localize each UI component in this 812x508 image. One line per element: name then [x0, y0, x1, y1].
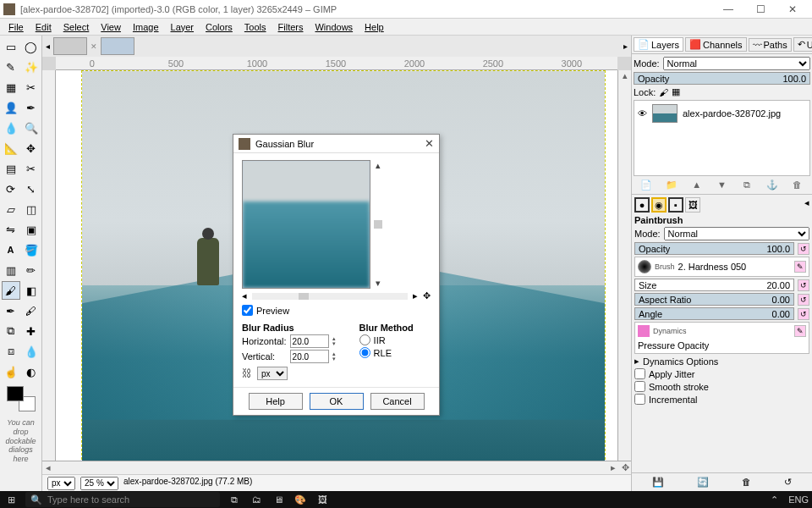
new-layer-icon[interactable]: 📄	[639, 179, 653, 190]
brush-edit-icon[interactable]: ✎	[794, 261, 806, 273]
link-chain-icon[interactable]: ⛓	[242, 367, 252, 379]
tool-smudge[interactable]: ☝	[2, 362, 20, 381]
tool-free-select[interactable]: ✎	[2, 58, 20, 76]
image-tab-current[interactable]	[101, 37, 134, 55]
tool-move[interactable]: ✥	[22, 139, 41, 157]
size-reset-icon[interactable]: ↺	[798, 279, 809, 291]
tool-scale[interactable]: ⤡	[22, 179, 41, 198]
tab-channels[interactable]: 🟥Channels	[685, 37, 746, 52]
vertical-input[interactable]	[290, 350, 329, 363]
scroll-up-icon[interactable]: ▴	[618, 70, 631, 81]
dynamics-expand-icon[interactable]: ▸	[634, 356, 639, 367]
taskbar-app-2[interactable]: 🖥	[271, 494, 286, 505]
radio-iir[interactable]: IIR	[359, 334, 414, 345]
unit-select-dialog[interactable]: px	[257, 367, 288, 380]
layer-name[interactable]: alex-pardoe-328702.jpg	[683, 108, 781, 119]
delete-layer-icon[interactable]: 🗑	[791, 179, 804, 190]
ruler-horizontal[interactable]: 0 500 1000 1500 2000 2500 3000	[56, 57, 617, 70]
help-button[interactable]: Help	[249, 393, 303, 410]
ruler-vertical[interactable]	[42, 70, 56, 461]
preview-vscroll-thumb[interactable]	[374, 220, 382, 229]
preview-down-icon[interactable]: ▾	[376, 278, 381, 289]
image-tab-blank[interactable]	[53, 37, 87, 55]
start-button[interactable]: ⊞	[3, 494, 19, 505]
lock-alpha-icon[interactable]: ▦	[672, 86, 680, 97]
nav-move-icon[interactable]: ✥	[619, 462, 631, 473]
opacity-reset-icon[interactable]: ↺	[798, 243, 809, 255]
tool-perspective[interactable]: ◫	[22, 200, 41, 218]
preview-left-icon[interactable]: ◂	[242, 290, 247, 301]
menu-help[interactable]: Help	[359, 20, 389, 34]
tool-measure[interactable]: 📐	[2, 139, 20, 157]
dynamics-icon[interactable]	[638, 325, 650, 337]
ok-button[interactable]: OK	[310, 393, 364, 410]
dialog-close-button[interactable]: ✕	[425, 137, 434, 150]
tool-zoom[interactable]: 🔍	[22, 119, 41, 137]
tool-ink[interactable]: 🖋	[22, 301, 41, 320]
menu-select[interactable]: Select	[58, 20, 95, 34]
menu-image[interactable]: Image	[128, 20, 164, 34]
brush-preview-icon[interactable]	[638, 260, 651, 273]
tool-bucket[interactable]: 🪣	[22, 240, 41, 259]
tool-clone[interactable]: ⧉	[2, 322, 20, 340]
tool-fuzzy-select[interactable]: ✨	[22, 58, 41, 76]
layer-list[interactable]: 👁 alex-pardoe-328702.jpg	[634, 100, 810, 176]
unit-select[interactable]: px	[47, 477, 75, 490]
brush-preset-2[interactable]: ◉	[651, 197, 667, 213]
dialog-titlebar[interactable]: Gaussian Blur ✕	[233, 135, 439, 153]
tool-color-select[interactable]: ▦	[2, 78, 20, 97]
brush-preset-4[interactable]: 🖼	[685, 197, 700, 213]
taskbar-app-1[interactable]: 🗂	[249, 494, 264, 505]
tool-text[interactable]: A	[2, 240, 20, 259]
tool-shear[interactable]: ▱	[2, 200, 20, 218]
tool-heal[interactable]: ✚	[22, 322, 41, 340]
tab-paths[interactable]: 〰Paths	[749, 38, 792, 52]
preview-right-icon[interactable]: ▸	[413, 290, 418, 301]
tool-ellipse-select[interactable]: ◯	[22, 37, 41, 56]
new-group-icon[interactable]: 📁	[665, 179, 678, 190]
menu-edit[interactable]: Edit	[30, 20, 57, 34]
horizontal-input[interactable]	[290, 334, 329, 348]
brush-size-slider[interactable]: Size20.00	[634, 279, 794, 291]
close-button[interactable]: ✕	[776, 0, 809, 19]
tab-undo[interactable]: ↶Undo	[793, 37, 812, 52]
menu-tools[interactable]: Tools	[239, 20, 272, 34]
layer-mode-select[interactable]: Normal	[663, 57, 810, 70]
vertical-spin[interactable]: ▴▾	[332, 351, 343, 362]
save-options-icon[interactable]: 💾	[652, 477, 664, 488]
tab-arrow-right[interactable]: ▸	[623, 41, 628, 51]
cancel-button[interactable]: Cancel	[370, 393, 425, 410]
menu-layer[interactable]: Layer	[166, 20, 200, 34]
tool-crop[interactable]: ✂	[22, 159, 41, 178]
preview-hscroll-thumb[interactable]	[299, 293, 309, 300]
aspect-slider[interactable]: Aspect Ratio0.00	[634, 293, 794, 306]
tool-perspective-clone[interactable]: ⧈	[2, 342, 20, 361]
foreground-color[interactable]	[7, 386, 24, 401]
tray-lang[interactable]: ENG	[788, 494, 809, 505]
reset-options-icon[interactable]: ↺	[784, 477, 792, 488]
dynamics-edit-icon[interactable]: ✎	[794, 325, 806, 337]
tool-airbrush[interactable]: ✒	[2, 301, 20, 320]
preview-checkbox[interactable]	[242, 305, 253, 316]
tool-blend[interactable]: ▥	[2, 261, 20, 279]
delete-options-icon[interactable]: 🗑	[742, 477, 751, 488]
taskbar-app-4[interactable]: 🖼	[315, 494, 330, 505]
tool-eraser[interactable]: ◧	[22, 281, 41, 300]
tab-close-icon[interactable]: ✕	[91, 42, 97, 51]
horizontal-spin[interactable]: ▴▾	[332, 336, 343, 346]
menu-view[interactable]: View	[96, 20, 126, 34]
layer-opacity-slider[interactable]: Opacity 100.0	[634, 72, 810, 85]
restore-options-icon[interactable]: 🔄	[697, 477, 709, 488]
tool-blur[interactable]: 💧	[22, 342, 41, 361]
raise-layer-icon[interactable]: ▲	[690, 179, 704, 190]
maximize-button[interactable]: ☐	[744, 0, 776, 19]
jitter-checkbox[interactable]	[634, 368, 645, 379]
zoom-select[interactable]: 25 %	[80, 477, 118, 490]
angle-reset-icon[interactable]: ↺	[798, 308, 809, 320]
brush-preset-3[interactable]: ▪	[668, 197, 683, 213]
tool-paths[interactable]: ✒	[22, 98, 41, 117]
minimize-button[interactable]: —	[712, 0, 744, 19]
tool-color-picker[interactable]: 💧	[2, 119, 20, 137]
incremental-checkbox[interactable]	[634, 394, 645, 405]
tool-foreground[interactable]: 👤	[2, 98, 20, 117]
